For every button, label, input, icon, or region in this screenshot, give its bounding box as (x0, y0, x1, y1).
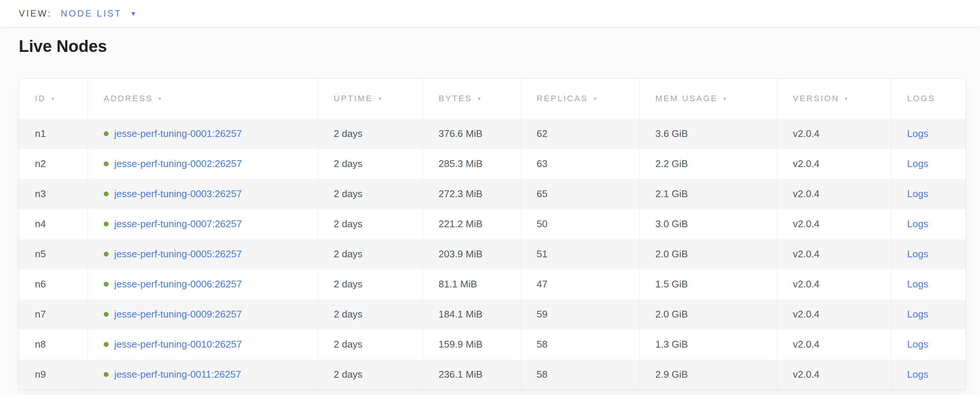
node-version: v2.0.4 (793, 339, 819, 350)
node-uptime-cell: 2 days (318, 119, 423, 149)
sort-arrow-icon: ▾ (845, 96, 849, 102)
column-header-label: ADDRESS (104, 94, 153, 103)
node-logs-link[interactable]: Logs (907, 278, 928, 289)
node-id: n8 (35, 339, 46, 350)
node-logs-link[interactable]: Logs (907, 158, 928, 169)
node-uptime-cell: 2 days (318, 269, 423, 299)
node-bytes: 285.3 MiB (439, 158, 482, 169)
sort-arrow-icon: ▾ (594, 96, 598, 102)
view-label: VIEW: (19, 8, 52, 19)
node-uptime: 2 days (334, 158, 363, 169)
node-id-cell: n6 (19, 269, 88, 299)
table-row-n6: n6 jesse-perf-tuning-0006:26257 2 days 8… (19, 269, 966, 299)
node-replicas: 58 (536, 339, 547, 350)
table-row-n2: n2 jesse-perf-tuning-0002:26257 2 days 2… (19, 149, 966, 179)
node-replicas-cell: 58 (521, 329, 640, 360)
node-uptime: 2 days (334, 248, 363, 259)
node-address-link[interactable]: jesse-perf-tuning-0011:26257 (114, 369, 241, 380)
column-header-version[interactable]: VERSION▾ (777, 78, 891, 119)
node-version-cell: v2.0.4 (777, 209, 891, 239)
node-uptime: 2 days (334, 188, 363, 199)
node-logs-cell: Logs (891, 119, 966, 149)
chevron-down-icon: ▼ (130, 11, 138, 17)
node-mem-usage-cell: 2.0 GiB (640, 299, 777, 329)
node-version-cell: v2.0.4 (777, 179, 891, 209)
table-header-row: ID▾ ADDRESS▾ UPTIME▾ BYTES▾ REPLICAS▾ ME… (19, 78, 966, 119)
node-version: v2.0.4 (793, 188, 819, 199)
node-replicas: 65 (536, 188, 547, 199)
node-logs-link[interactable]: Logs (907, 309, 928, 320)
node-address-link[interactable]: jesse-perf-tuning-0005:26257 (114, 248, 242, 259)
node-bytes: 81.1 MiB (439, 278, 477, 289)
node-bytes: 203.9 MiB (439, 248, 482, 259)
node-logs-link[interactable]: Logs (907, 369, 928, 380)
node-uptime: 2 days (334, 369, 363, 380)
node-mem-usage: 2.0 GiB (655, 248, 688, 259)
node-version-cell: v2.0.4 (777, 360, 891, 390)
node-replicas-cell: 50 (521, 209, 640, 239)
view-dropdown[interactable]: NODE LIST ▼ (61, 8, 138, 19)
column-header-mem-usage[interactable]: MEM USAGE▾ (640, 78, 777, 119)
node-logs-link[interactable]: Logs (907, 218, 928, 229)
node-replicas-cell: 58 (521, 360, 640, 390)
node-mem-usage: 3.6 GiB (655, 128, 688, 139)
node-bytes: 159.9 MiB (439, 339, 482, 350)
node-version: v2.0.4 (793, 248, 819, 259)
node-id-cell: n7 (19, 299, 88, 329)
table-row-n8: n8 jesse-perf-tuning-0010:26257 2 days 1… (19, 329, 966, 360)
node-id: n2 (35, 158, 46, 169)
node-uptime-cell: 2 days (318, 239, 423, 269)
node-address-link[interactable]: jesse-perf-tuning-0007:26257 (114, 218, 242, 229)
column-header-id[interactable]: ID▾ (19, 78, 88, 119)
node-version-cell: v2.0.4 (777, 149, 891, 179)
node-address-link[interactable]: jesse-perf-tuning-0003:26257 (114, 188, 242, 199)
node-logs-cell: Logs (891, 329, 966, 360)
live-dot-icon (104, 252, 108, 257)
node-mem-usage: 2.2 GiB (655, 158, 688, 169)
live-nodes-section: Live Nodes ID▾ ADDRESS▾ UPTIME▾ BYTES▾ R… (0, 37, 980, 390)
sort-arrow-icon: ▾ (51, 96, 56, 102)
node-mem-usage-cell: 2.2 GiB (640, 149, 777, 179)
view-dropdown-value: NODE LIST (61, 8, 122, 19)
live-dot-icon (104, 342, 108, 347)
page-title: Live Nodes (19, 37, 966, 78)
node-id: n5 (35, 248, 46, 259)
node-mem-usage-cell: 3.6 GiB (640, 119, 777, 149)
node-logs-link[interactable]: Logs (907, 128, 928, 139)
node-version: v2.0.4 (793, 128, 819, 139)
view-selector-bar: VIEW: NODE LIST ▼ (0, 0, 980, 27)
node-logs-link[interactable]: Logs (907, 339, 928, 350)
node-mem-usage-cell: 3.0 GiB (640, 209, 777, 239)
node-address-link[interactable]: jesse-perf-tuning-0002:26257 (114, 158, 242, 169)
node-address-link[interactable]: jesse-perf-tuning-0006:26257 (114, 278, 242, 289)
node-address-link[interactable]: jesse-perf-tuning-0010:26257 (114, 339, 242, 350)
node-version: v2.0.4 (793, 309, 819, 320)
node-address-cell: jesse-perf-tuning-0006:26257 (88, 269, 318, 299)
node-mem-usage: 1.5 GiB (655, 278, 688, 289)
node-uptime-cell: 2 days (318, 329, 423, 360)
node-replicas: 62 (536, 128, 547, 139)
column-header-replicas[interactable]: REPLICAS▾ (521, 78, 640, 119)
node-replicas: 47 (536, 278, 547, 289)
column-header-label: LOGS (907, 94, 935, 103)
column-header-bytes[interactable]: BYTES▾ (423, 78, 521, 119)
node-address-link[interactable]: jesse-perf-tuning-0009:26257 (114, 309, 242, 320)
node-bytes-cell: 184.1 MiB (423, 299, 521, 329)
column-header-address[interactable]: ADDRESS▾ (88, 78, 318, 119)
node-version-cell: v2.0.4 (777, 299, 891, 329)
node-id: n7 (35, 309, 46, 320)
node-replicas-cell: 65 (521, 179, 640, 209)
node-logs-link[interactable]: Logs (907, 188, 928, 199)
node-bytes-cell: 285.3 MiB (423, 149, 521, 179)
table-row-n1: n1 jesse-perf-tuning-0001:26257 2 days 3… (19, 119, 966, 149)
live-dot-icon (104, 222, 108, 227)
node-replicas: 63 (536, 158, 547, 169)
column-header-label: BYTES (439, 94, 473, 103)
node-logs-link[interactable]: Logs (907, 248, 928, 259)
node-address-link[interactable]: jesse-perf-tuning-0001:26257 (114, 128, 242, 139)
table-row-n9: n9 jesse-perf-tuning-0011:26257 2 days 2… (19, 360, 966, 390)
node-address-cell: jesse-perf-tuning-0007:26257 (88, 209, 318, 239)
column-header-label: REPLICAS (536, 94, 588, 103)
column-header-uptime[interactable]: UPTIME▾ (318, 78, 423, 119)
node-version: v2.0.4 (793, 158, 819, 169)
